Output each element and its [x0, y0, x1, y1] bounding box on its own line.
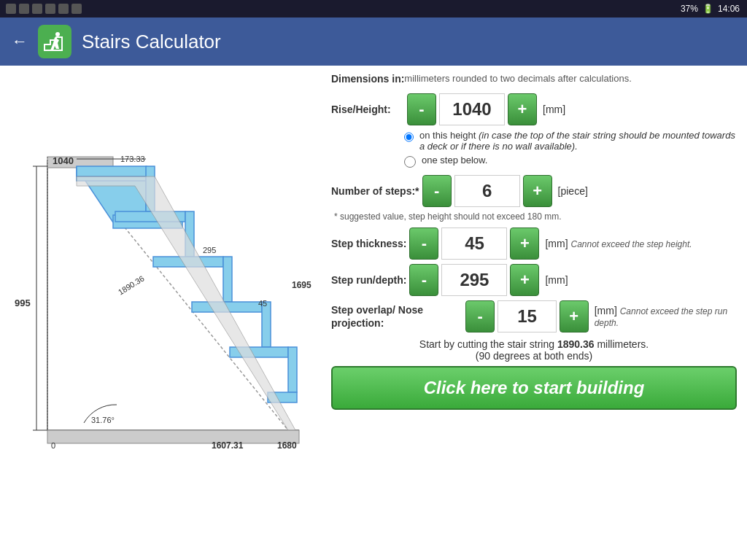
app-header: ← Stairs Calculator — [0, 18, 747, 66]
status-bar: 37% 🔋 14:06 — [0, 0, 747, 18]
svg-text:1680: 1680 — [277, 440, 297, 451]
status-icon-4 — [45, 4, 55, 14]
svg-rect-15 — [223, 257, 232, 302]
svg-text:1890.36: 1890.36 — [117, 273, 146, 296]
status-icons — [6, 4, 82, 14]
svg-rect-19 — [288, 347, 297, 392]
summary-bold-value: 1890.36 — [557, 338, 595, 350]
step-overlap-minus-button[interactable]: - — [465, 300, 495, 332]
stair-diagram: 1040 995 173.33 1890.36 295 45 1695 31.7… — [7, 73, 314, 496]
step-thickness-unit: [mm] Cannot exceed the step height. — [545, 238, 692, 249]
status-icon-3 — [32, 4, 42, 14]
radio-on-height-label: on this height (in case the top of the s… — [419, 130, 737, 152]
svg-point-0 — [55, 32, 60, 36]
number-of-steps-unit: [piece] — [558, 185, 588, 197]
status-icon-1 — [6, 4, 16, 14]
step-thickness-label: Step thickness: — [331, 237, 406, 250]
radio-one-step-label: one step below. — [422, 155, 487, 166]
step-thickness-plus-button[interactable]: + — [510, 228, 539, 260]
dimensions-title: Dimensions in: — [331, 73, 404, 85]
rise-height-value: 1040 — [439, 93, 505, 125]
rise-height-row: Rise/Height: - 1040 + [mm] — [331, 93, 737, 125]
svg-rect-17 — [262, 302, 271, 347]
step-thickness-value: 45 — [441, 228, 507, 260]
svg-text:0: 0 — [51, 441, 55, 450]
svg-text:45: 45 — [258, 299, 267, 308]
step-overlap-value: 15 — [498, 300, 556, 332]
back-button[interactable]: ← — [12, 32, 28, 51]
step-run-depth-value: 295 — [441, 264, 507, 296]
battery-level: 37% — [681, 4, 698, 14]
number-of-steps-row: Number of steps:* - 6 + [piece] — [331, 175, 737, 207]
rise-height-unit: [mm] — [543, 104, 565, 115]
rise-height-minus-button[interactable]: - — [407, 93, 436, 125]
status-icon-2 — [19, 4, 29, 14]
step-run-depth-row: Step run/depth: - 295 + [mm] — [331, 264, 737, 296]
step-overlap-unit: [mm] Cannot exceed the step run depth. — [595, 305, 737, 328]
dimensions-description: millimeters rounded to two decimals afte… — [404, 73, 631, 84]
rise-height-label: Rise/Height: — [331, 103, 404, 116]
radio-option-on-height: on this height (in case the top of the s… — [404, 130, 737, 152]
dimensions-header: Dimensions in: millimeters rounded to tw… — [331, 73, 737, 85]
radio-one-step[interactable] — [404, 156, 416, 168]
status-icon-5 — [58, 4, 69, 14]
summary-text1: Start by cutting the stair string — [419, 338, 554, 350]
svg-rect-10 — [77, 166, 147, 176]
summary-text: Start by cutting the stair string 1890.3… — [331, 338, 737, 362]
battery-icon: 🔋 — [703, 4, 713, 14]
page-title: Stairs Calculator — [82, 31, 221, 53]
svg-rect-2 — [47, 430, 299, 443]
rise-height-plus-button[interactable]: + — [508, 93, 537, 125]
status-icon-6 — [71, 4, 82, 14]
step-run-depth-plus-button[interactable]: + — [510, 264, 539, 296]
svg-text:1607.31: 1607.31 — [212, 440, 244, 451]
step-thickness-constraint: Cannot exceed the step height. — [570, 239, 692, 249]
step-run-depth-unit: [mm] — [545, 274, 568, 286]
step-overlap-plus-button[interactable]: + — [560, 300, 589, 332]
svg-text:995: 995 — [15, 298, 31, 308]
step-overlap-row: Step overlap/ Nose projection: - 15 + [m… — [331, 300, 737, 332]
radio-option-one-step: one step below. — [404, 155, 737, 168]
app-icon — [38, 25, 71, 58]
steps-note: * suggested value, step height should no… — [334, 211, 737, 222]
person-stairs-icon — [43, 30, 66, 53]
svg-text:1695: 1695 — [292, 280, 311, 290]
summary-text2: millimeters. — [597, 338, 649, 350]
number-of-steps-minus-button[interactable]: - — [422, 175, 452, 207]
diagram-panel: 1040 995 173.33 1890.36 295 45 1695 31.7… — [0, 66, 321, 560]
step-run-depth-label: Step run/depth: — [331, 273, 406, 287]
number-of-steps-value: 6 — [454, 175, 520, 207]
step-thickness-minus-button[interactable]: - — [409, 228, 438, 260]
svg-text:1040: 1040 — [53, 155, 74, 166]
radio-on-height[interactable] — [404, 131, 414, 143]
svg-text:31.76°: 31.76° — [91, 416, 115, 424]
build-button[interactable]: Click here to start building — [331, 366, 737, 410]
summary-text3: (90 degrees at both ends) — [476, 350, 592, 362]
number-of-steps-plus-button[interactable]: + — [523, 175, 552, 207]
controls-panel: Dimensions in: millimeters rounded to tw… — [321, 66, 747, 560]
step-overlap-label: Step overlap/ Nose projection: — [331, 303, 462, 330]
top-level-radio-group: on this height (in case the top of the s… — [404, 130, 737, 168]
number-of-steps-label: Number of steps:* — [331, 184, 419, 198]
main-content: 1040 995 173.33 1890.36 295 45 1695 31.7… — [0, 66, 747, 560]
svg-text:295: 295 — [203, 246, 216, 254]
clock: 14:06 — [718, 4, 740, 14]
step-overlap-constraint: Cannot exceed the step run depth. — [595, 306, 727, 328]
step-run-depth-minus-button[interactable]: - — [409, 264, 438, 296]
step-thickness-row: Step thickness: - 45 + [mm] Cannot excee… — [331, 228, 737, 260]
